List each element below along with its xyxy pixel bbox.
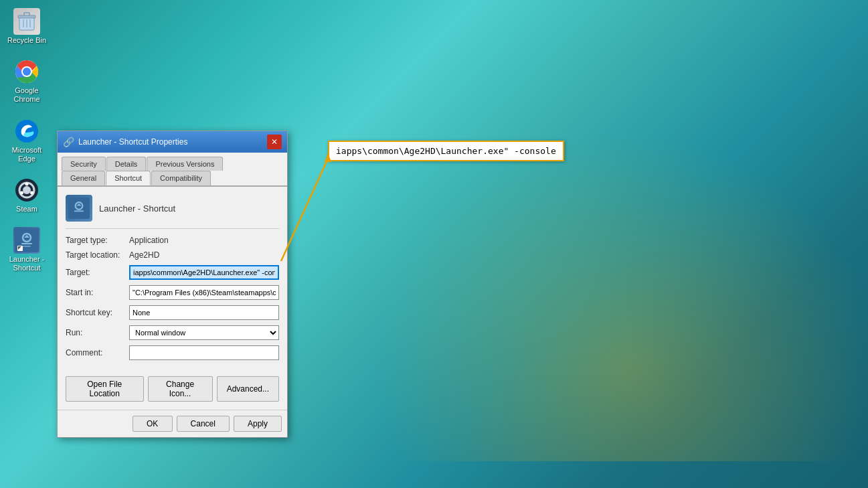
apply-button[interactable]: Apply xyxy=(234,416,282,432)
edge-icon xyxy=(13,118,40,145)
steam-icon xyxy=(13,177,40,204)
svg-rect-24 xyxy=(68,197,90,219)
desktop-icon-recycle-bin[interactable]: Recycle Bin xyxy=(3,5,51,48)
svg-point-14 xyxy=(23,186,31,194)
target-type-value: Application xyxy=(129,236,169,245)
svg-point-16 xyxy=(30,191,33,194)
tab-previous-versions[interactable]: Previous Versions xyxy=(147,157,223,171)
tabs-row-top: Security Details Previous Versions xyxy=(62,157,283,171)
svg-rect-20 xyxy=(21,243,32,244)
target-label: Target: xyxy=(66,268,129,277)
tabs-container: Security Details Previous Versions Gener… xyxy=(58,153,287,185)
svg-rect-1 xyxy=(18,15,35,18)
dialog-close-button[interactable]: ✕ xyxy=(267,135,282,149)
target-type-label: Target type: xyxy=(66,236,129,245)
desktop-icon-microsoft-edge[interactable]: Microsoft Edge xyxy=(3,115,51,166)
field-shortcut-key: Shortcut key: xyxy=(66,305,279,320)
callout-tooltip: iapps\common\Age2HD\Launcher.exe" -conso… xyxy=(328,141,564,161)
desktop-icons: Recycle Bin Google Chrome xyxy=(0,0,54,287)
field-target: Target: xyxy=(66,265,279,280)
change-icon-button[interactable]: Change Icon... xyxy=(148,376,213,402)
shortcut-key-input[interactable] xyxy=(129,305,279,320)
app-header: Launcher - Shortcut xyxy=(66,195,279,229)
chrome-label: Google Chrome xyxy=(5,86,48,104)
launcher-icon xyxy=(13,227,40,254)
comment-input[interactable] xyxy=(129,345,279,360)
app-header-name: Launcher - Shortcut xyxy=(99,204,175,214)
svg-rect-21 xyxy=(23,246,31,247)
callout-text: iapps\common\Age2HD\Launcher.exe" -conso… xyxy=(336,146,556,156)
dialog-content: Launcher - Shortcut Target type: Applica… xyxy=(58,185,287,410)
field-start-in: Start in: xyxy=(66,285,279,300)
action-buttons: Open File Location Change Icon... Advanc… xyxy=(66,371,279,402)
field-run: Run: Normal window Minimized Maximized xyxy=(66,325,279,340)
open-file-location-button[interactable]: Open File Location xyxy=(66,376,144,402)
dialog-footer: OK Cancel Apply xyxy=(58,410,287,437)
launcher-shortcut-label: Launcher - Shortcut xyxy=(5,255,48,272)
comment-label: Comment: xyxy=(66,348,129,357)
field-comment: Comment: xyxy=(66,345,279,360)
desktop-icon-launcher-shortcut[interactable]: Launcher - Shortcut xyxy=(3,224,51,275)
target-input[interactable] xyxy=(129,265,279,280)
start-in-input[interactable] xyxy=(129,285,279,300)
target-location-label: Target location: xyxy=(66,250,129,260)
dialog-title-icon: 🔗 xyxy=(63,137,74,147)
tabs-row-bottom: General Shortcut Compatibility xyxy=(62,171,283,185)
tab-compatibility[interactable]: Compatibility xyxy=(151,171,211,185)
run-label: Run: xyxy=(66,328,129,337)
recycle-bin-icon xyxy=(13,8,40,35)
tab-security[interactable]: Security xyxy=(62,157,106,171)
desktop-icon-google-chrome[interactable]: Google Chrome xyxy=(3,56,51,106)
ok-button[interactable]: OK xyxy=(133,416,173,432)
start-in-label: Start in: xyxy=(66,288,129,297)
shortcut-key-label: Shortcut key: xyxy=(66,308,129,317)
svg-point-11 xyxy=(15,120,38,143)
advanced-button[interactable]: Advanced... xyxy=(217,376,279,402)
svg-point-15 xyxy=(25,182,29,185)
steam-label: Steam xyxy=(5,205,48,214)
edge-label: Microsoft Edge xyxy=(5,146,48,163)
run-select[interactable]: Normal window Minimized Maximized xyxy=(129,325,279,340)
tab-shortcut[interactable]: Shortcut xyxy=(106,171,151,185)
svg-rect-26 xyxy=(74,211,84,212)
field-target-type: Target type: Application xyxy=(66,236,279,245)
dialog-title-text: Launcher - Shortcut Properties xyxy=(78,137,187,147)
cancel-button[interactable]: Cancel xyxy=(177,416,230,432)
desktop-icon-steam[interactable]: Steam xyxy=(3,174,51,216)
app-header-icon xyxy=(66,195,92,222)
recycle-bin-label: Recycle Bin xyxy=(5,36,48,45)
tab-details[interactable]: Details xyxy=(106,157,147,171)
shortcut-properties-dialog: 🔗 Launcher - Shortcut Properties ✕ Secur… xyxy=(57,131,288,438)
chrome-icon xyxy=(13,58,40,85)
svg-point-17 xyxy=(20,191,23,194)
dialog-titlebar: 🔗 Launcher - Shortcut Properties ✕ xyxy=(58,131,287,153)
field-target-location: Target location: Age2HD xyxy=(66,250,279,260)
svg-point-10 xyxy=(23,68,31,76)
desktop: Recycle Bin Google Chrome xyxy=(0,0,868,488)
target-location-value: Age2HD xyxy=(129,250,159,260)
tab-general[interactable]: General xyxy=(62,171,105,185)
svg-line-27 xyxy=(281,159,328,261)
